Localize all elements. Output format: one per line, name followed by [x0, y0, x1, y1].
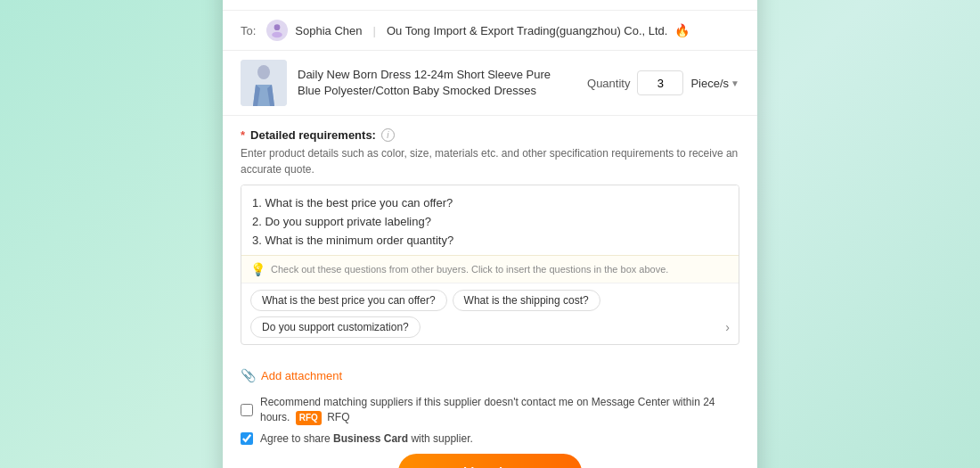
- chip-more-icon[interactable]: ›: [725, 320, 730, 334]
- chip-customization[interactable]: Do you support customization?: [250, 316, 421, 338]
- to-label: To:: [241, 24, 256, 37]
- product-image: [241, 60, 287, 106]
- fire-emoji: 🔥: [674, 23, 690, 37]
- send-inquiry-button[interactable]: Send inquiry now: [398, 454, 581, 468]
- add-attachment-row[interactable]: 📎 Add attachment: [223, 361, 757, 386]
- svg-point-1: [273, 32, 283, 38]
- rfq-badge: RFQ: [296, 411, 322, 425]
- checkbox2-prefix: Agree to share: [260, 432, 333, 445]
- quantity-input[interactable]: [637, 70, 683, 95]
- svg-point-0: [274, 25, 281, 31]
- quantity-label: Quantity: [587, 77, 630, 90]
- requirements-description: Enter product details such as color, siz…: [241, 145, 739, 177]
- suggestions-bar: 💡 Check out these questions from other b…: [241, 255, 739, 283]
- submit-btn-row: Send inquiry now: [241, 454, 739, 468]
- add-attachment-label: Add attachment: [261, 369, 342, 382]
- to-row: To: Sophia Chen | Ou Tong Import & Expor…: [223, 11, 757, 51]
- chevron-down-icon: ▼: [731, 78, 739, 88]
- share-business-card-checkbox[interactable]: [241, 432, 253, 445]
- product-row: Daily New Born Dress 12-24m Short Sleeve…: [223, 51, 757, 116]
- product-name: Daily New Born Dress 12-24m Short Sleeve…: [298, 67, 576, 99]
- modal-header: Send Inquiry ×: [223, 0, 757, 11]
- chip-best-price[interactable]: What is the best price you can offer?: [250, 290, 447, 311]
- unit-label: Piece/s: [690, 77, 729, 90]
- modal-footer: Recommend matching suppliers if this sup…: [223, 386, 757, 468]
- chip-shipping-cost[interactable]: What is the shipping cost?: [453, 290, 600, 311]
- suggestions-text: Check out these questions from other buy…: [271, 264, 730, 275]
- sender-name: Sophia Chen: [295, 24, 362, 37]
- checkbox-row-2: Agree to share Business Card with suppli…: [241, 431, 739, 447]
- separator: |: [373, 24, 376, 37]
- rfq-label-text: RFQ: [327, 411, 349, 423]
- send-inquiry-modal: Send Inquiry × To: Sophia Chen | Ou Tong…: [223, 0, 757, 468]
- requirements-textarea[interactable]: 1. What is the best price you can offer?…: [241, 185, 739, 252]
- paperclip-icon: 📎: [241, 368, 256, 382]
- required-star: *: [241, 128, 245, 142]
- checkbox2-bold: Business Card: [333, 432, 408, 445]
- textarea-wrapper: 1. What is the best price you can offer?…: [241, 185, 739, 345]
- checkbox2-suffix: with supplier.: [408, 432, 473, 445]
- unit-select[interactable]: Piece/s ▼: [690, 77, 739, 90]
- modal-overlay: Send Inquiry × To: Sophia Chen | Ou Tong…: [0, 0, 980, 468]
- suggestion-chips: What is the best price you can offer? Wh…: [241, 283, 739, 344]
- svg-point-3: [257, 65, 270, 79]
- recommend-suppliers-checkbox[interactable]: [241, 404, 253, 416]
- avatar: [266, 20, 288, 41]
- requirements-header: * Detailed requirements: i: [241, 128, 739, 142]
- requirements-title: Detailed requirements:: [250, 128, 376, 142]
- info-icon[interactable]: i: [381, 128, 395, 142]
- company-name: Ou Tong Import & Export Trading(guangzho…: [387, 24, 668, 37]
- quantity-section: Quantity Piece/s ▼: [587, 70, 739, 95]
- checkbox-row-1: Recommend matching suppliers if this sup…: [241, 395, 739, 425]
- modal-body: * Detailed requirements: i Enter product…: [223, 116, 757, 361]
- recommend-suppliers-label: Recommend matching suppliers if this sup…: [260, 395, 739, 425]
- bulb-icon: 💡: [250, 262, 265, 276]
- share-business-card-label: Agree to share Business Card with suppli…: [260, 431, 473, 447]
